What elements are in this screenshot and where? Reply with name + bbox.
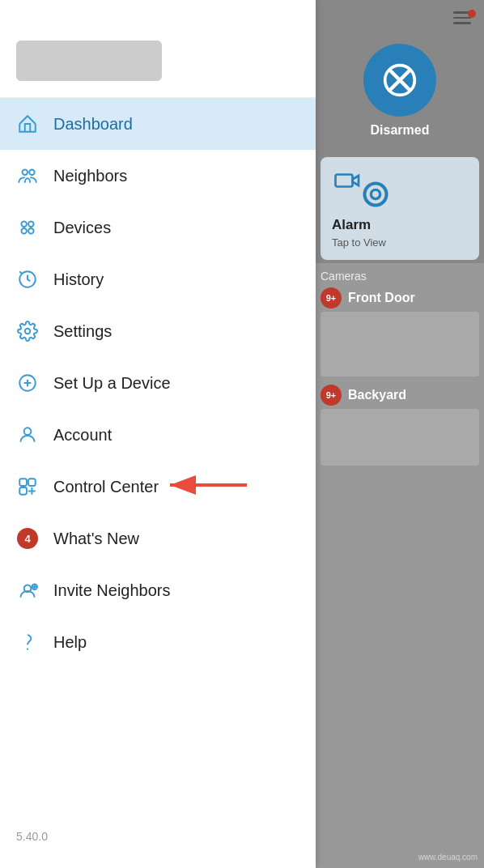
- cameras-section: Cameras 9+ Front Door 9+ Backyard: [316, 263, 484, 869]
- sidebar-item-setup[interactable]: Set Up a Device: [0, 357, 316, 409]
- alarm-subtitle: Tap to View: [332, 236, 468, 249]
- sidebar-item-account[interactable]: Account: [0, 409, 316, 461]
- setup-label: Set Up a Device: [53, 374, 171, 393]
- devices-icon: [16, 216, 39, 239]
- whats-new-icon: 4: [16, 527, 39, 550]
- invite-neighbors-label: Invite Neighbors: [53, 581, 171, 600]
- control-center-label: Control Center: [53, 478, 159, 496]
- sidebar-item-history[interactable]: History: [0, 253, 316, 305]
- camera-item-front-door[interactable]: 9+ Front Door: [321, 287, 479, 308]
- sidebar: Dashboard Neighbors Devices: [0, 0, 316, 868]
- alarm-card[interactable]: Alarm Tap to View: [321, 157, 479, 260]
- svg-point-7: [25, 329, 31, 334]
- account-label: Account: [53, 426, 112, 445]
- settings-icon: [16, 320, 39, 343]
- neighbors-label: Neighbors: [53, 167, 127, 185]
- settings-label: Settings: [53, 322, 112, 341]
- disarmed-label: Disarmed: [371, 123, 430, 138]
- svg-point-0: [23, 169, 28, 175]
- account-icon: [16, 423, 39, 446]
- alarm-icon: [332, 168, 468, 209]
- svg-point-26: [365, 183, 387, 205]
- svg-rect-12: [19, 479, 27, 486]
- svg-rect-24: [336, 174, 353, 186]
- neighbors-icon: [16, 164, 39, 187]
- avatar: [16, 40, 162, 81]
- sidebar-item-settings[interactable]: Settings: [0, 305, 316, 357]
- history-icon: [16, 268, 39, 291]
- notification-dot: [468, 10, 476, 18]
- svg-rect-13: [28, 479, 36, 486]
- arrow-annotation: [162, 469, 251, 504]
- home-icon: [16, 113, 39, 135]
- svg-point-21: [27, 649, 28, 650]
- help-icon: [16, 631, 39, 653]
- camera-item-backyard[interactable]: 9+ Backyard: [321, 385, 479, 406]
- help-label: Help: [53, 633, 87, 652]
- history-label: History: [53, 270, 104, 289]
- backyard-thumbnail: [321, 409, 479, 466]
- right-header: [316, 0, 484, 36]
- watermark: www.deuaq.com: [418, 853, 478, 862]
- sidebar-item-help[interactable]: Help: [0, 616, 316, 668]
- front-door-badge: 9+: [321, 287, 342, 308]
- disarmed-section: Disarmed: [316, 36, 484, 154]
- backyard-badge: 9+: [321, 385, 342, 406]
- disarmed-button[interactable]: [363, 44, 436, 117]
- front-door-thumbnail: [321, 312, 479, 377]
- svg-point-27: [371, 189, 380, 198]
- sidebar-item-neighbors[interactable]: Neighbors: [0, 150, 316, 202]
- front-door-name: Front Door: [348, 291, 415, 305]
- sidebar-item-invite-neighbors[interactable]: Invite Neighbors: [0, 564, 316, 616]
- whats-new-label: What's New: [53, 530, 139, 548]
- sidebar-nav: Dashboard Neighbors Devices: [0, 98, 316, 816]
- whats-new-badge: 4: [17, 528, 38, 549]
- right-panel: Disarmed Alarm Tap to View Cameras 9+ Fr…: [316, 0, 484, 868]
- sidebar-footer: 5.40.0: [0, 816, 316, 868]
- version-text: 5.40.0: [16, 830, 48, 843]
- svg-point-1: [29, 169, 34, 175]
- svg-point-4: [21, 221, 27, 227]
- backyard-name: Backyard: [348, 388, 406, 402]
- invite-icon: [16, 579, 39, 602]
- sidebar-header: [0, 0, 316, 98]
- svg-point-11: [24, 428, 32, 435]
- control-center-icon: [16, 475, 39, 498]
- setup-icon: [16, 372, 39, 394]
- svg-rect-14: [19, 487, 27, 495]
- app-container: Dashboard Neighbors Devices: [0, 0, 484, 868]
- dashboard-label: Dashboard: [53, 115, 133, 134]
- alarm-title: Alarm: [332, 217, 468, 233]
- svg-point-2: [21, 228, 27, 234]
- svg-point-3: [28, 221, 34, 227]
- cameras-label: Cameras: [321, 270, 479, 283]
- svg-point-5: [28, 228, 34, 234]
- sidebar-item-dashboard[interactable]: Dashboard: [0, 98, 316, 150]
- devices-label: Devices: [53, 219, 111, 237]
- sidebar-item-control-center[interactable]: Control Center: [0, 461, 316, 513]
- sidebar-item-devices[interactable]: Devices: [0, 202, 316, 253]
- sidebar-item-whats-new[interactable]: 4 What's New: [0, 513, 316, 564]
